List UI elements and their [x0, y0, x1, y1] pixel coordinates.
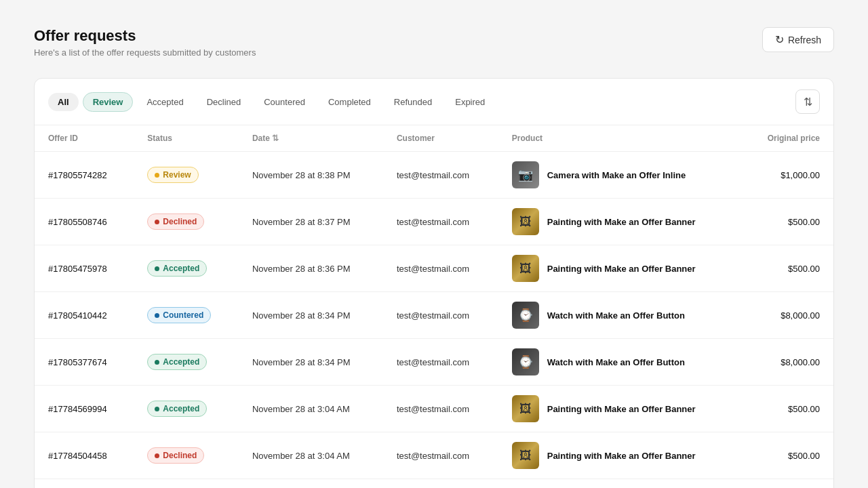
product-thumbnail: 📷 — [512, 161, 539, 188]
status-dot — [155, 220, 159, 224]
offer-id-cell: #17784504458 — [35, 432, 134, 479]
refresh-label: Refresh — [788, 35, 821, 45]
product-icon: ⌚ — [518, 354, 533, 369]
col-product: Product — [498, 125, 742, 152]
customer-cell: test@testmail.com — [383, 432, 498, 479]
table-row[interactable]: #17784569994AcceptedNovember 28 at 3:04 … — [35, 386, 833, 432]
product-container: 🖼Painting with Make an Offer Banner — [512, 395, 728, 422]
status-dot — [155, 266, 159, 271]
product-cell: ⌚Watch with Make an Offer Button — [498, 292, 742, 339]
status-badge: Declined — [147, 447, 204, 464]
product-container: 🖼Painting with Make an Offer Banner — [512, 255, 728, 282]
date-cell: November 28 at 3:04 AM — [239, 386, 383, 432]
product-thumbnail: 🖼 — [512, 395, 539, 422]
header-text: Offer requests Here's a list of the offe… — [34, 27, 256, 58]
col-status: Status — [134, 125, 239, 152]
product-name: Watch with Make an Offer Button — [547, 310, 685, 321]
price-cell: $1,000.00 — [742, 152, 833, 199]
customer-cell: test@testmail.com — [383, 479, 498, 489]
tab-countered[interactable]: Countered — [254, 93, 315, 111]
status-dot — [155, 313, 159, 318]
product-container: ⌚Watch with Make an Offer Button — [512, 302, 728, 329]
status-badge: Declined — [147, 214, 204, 230]
product-icon: 🖼 — [519, 215, 532, 229]
status-cell: Countered — [134, 292, 239, 339]
offer-id-cell: #17784569994 — [35, 386, 134, 432]
status-dot — [155, 360, 159, 365]
date-sort-icon: ⇅ — [272, 134, 279, 143]
product-container: 🖼Painting with Make an Offer Banner — [512, 208, 728, 235]
product-icon: 🖼 — [519, 262, 532, 276]
date-cell: November 28 at 8:37 PM — [239, 199, 383, 245]
product-thumbnail: ⌚ — [512, 348, 539, 375]
product-name: Painting with Make an Offer Banner — [547, 217, 696, 227]
offer-id-cell: #17805475978 — [35, 245, 134, 292]
tab-accepted[interactable]: Accepted — [137, 93, 193, 111]
table-row[interactable]: #17784471690ReviewNovember 28 at 3:03 AM… — [35, 479, 833, 489]
tab-completed[interactable]: Completed — [319, 93, 380, 111]
page-wrapper: Offer requests Here's a list of the offe… — [0, 0, 868, 488]
product-thumbnail: 🖼 — [512, 208, 539, 235]
price-cell: $500.00 — [742, 199, 833, 245]
tab-refunded[interactable]: Refunded — [384, 93, 441, 111]
status-badge: Accepted — [147, 260, 207, 277]
status-dot — [155, 407, 159, 411]
tabs-row: All Review Accepted Declined Countered C… — [35, 79, 833, 125]
status-cell: Accepted — [134, 245, 239, 292]
table-row[interactable]: #17805410442CounteredNovember 28 at 8:34… — [35, 292, 833, 339]
price-cell: $500.00 — [742, 245, 833, 292]
date-cell: November 28 at 8:34 PM — [239, 339, 383, 386]
product-name: Painting with Make an Offer Banner — [547, 264, 696, 274]
tab-declined[interactable]: Declined — [197, 93, 251, 111]
product-name: Watch with Make an Offer Button — [547, 357, 685, 367]
status-cell: Accepted — [134, 386, 239, 432]
table-row[interactable]: #17805508746DeclinedNovember 28 at 8:37 … — [35, 199, 833, 245]
table-row[interactable]: #17805574282ReviewNovember 28 at 8:38 PM… — [35, 152, 833, 199]
offer-id-cell: #17784471690 — [35, 479, 134, 489]
status-cell: Review — [134, 152, 239, 199]
customer-cell: test@testmail.com — [383, 199, 498, 245]
price-cell: $500.00 — [742, 479, 833, 489]
product-thumbnail: ⌚ — [512, 302, 539, 329]
product-cell: ⌚Watch with Make an Offer Button — [498, 339, 742, 386]
col-offer-id: Offer ID — [35, 125, 134, 152]
offer-id-cell: #17805410442 — [35, 292, 134, 339]
table-row[interactable]: #17805475978AcceptedNovember 28 at 8:36 … — [35, 245, 833, 292]
product-container: 📷Camera with Make an Offer Inline — [512, 161, 728, 188]
offer-id-cell: #17805574282 — [35, 152, 134, 199]
customer-cell: test@testmail.com — [383, 386, 498, 432]
table-row[interactable]: #17805377674AcceptedNovember 28 at 8:34 … — [35, 339, 833, 386]
status-dot — [155, 173, 159, 178]
customer-cell: test@testmail.com — [383, 152, 498, 199]
product-thumbnail: 🖼 — [512, 255, 539, 282]
col-price: Original price — [742, 125, 833, 152]
table-row[interactable]: #17784504458DeclinedNovember 28 at 3:04 … — [35, 432, 833, 479]
offer-id-cell: #17805377674 — [35, 339, 134, 386]
product-container: 🖼Painting with Make an Offer Banner — [512, 442, 728, 469]
product-icon: 📷 — [518, 167, 533, 182]
col-date: Date ⇅ — [239, 125, 383, 152]
tab-all[interactable]: All — [48, 93, 79, 111]
status-badge: Review — [147, 167, 198, 183]
refresh-button[interactable]: ↻ Refresh — [762, 27, 834, 52]
offer-id-cell: #17805508746 — [35, 199, 134, 245]
product-name: Painting with Make an Offer Banner — [547, 451, 696, 461]
status-cell: Declined — [134, 199, 239, 245]
date-cell: November 28 at 8:36 PM — [239, 245, 383, 292]
product-thumbnail: 🖼 — [512, 442, 539, 469]
tab-expired[interactable]: Expired — [446, 93, 494, 111]
status-badge: Countered — [147, 307, 211, 323]
price-cell: $500.00 — [742, 386, 833, 432]
status-cell: Declined — [134, 432, 239, 479]
product-icon: ⌚ — [518, 308, 533, 323]
product-name: Camera with Make an Offer Inline — [547, 170, 686, 180]
product-cell: 🖼Painting with Make an Offer Banner — [498, 199, 742, 245]
tab-review[interactable]: Review — [83, 92, 134, 112]
date-cell: November 28 at 8:38 PM — [239, 152, 383, 199]
product-cell: 🖼Painting with Make an Offer Banner — [498, 432, 742, 479]
page-title: Offer requests — [34, 27, 256, 45]
product-icon: 🖼 — [519, 402, 532, 416]
product-cell: 📷Camera with Make an Offer Inline — [498, 152, 742, 199]
product-cell: 🖼Painting with Make an Offer Banner — [498, 245, 742, 292]
sort-button[interactable]: ⇅ — [795, 89, 820, 114]
